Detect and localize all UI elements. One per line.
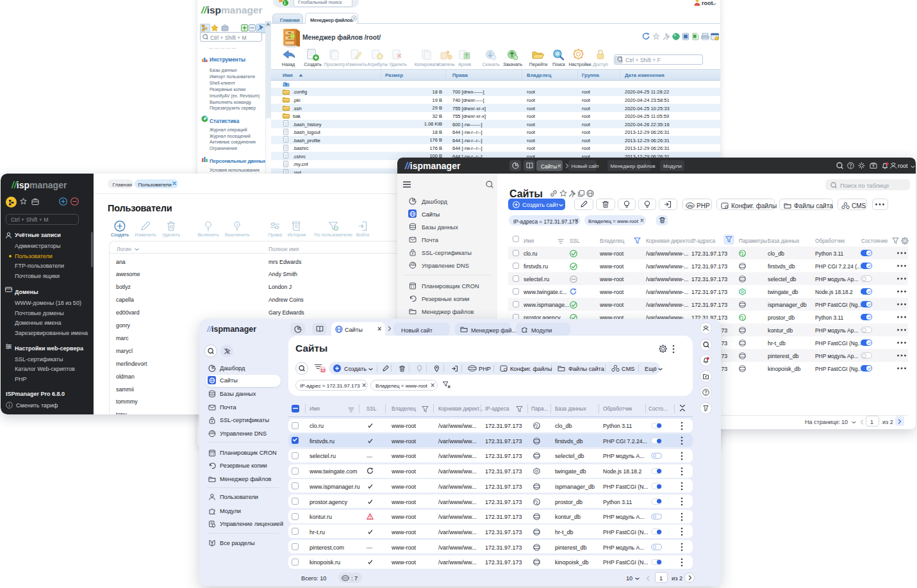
svg-text:php: php — [688, 204, 693, 208]
svg-text:DNS: DNS — [411, 263, 416, 265]
svg-text:DNS: DNS — [210, 431, 215, 434]
